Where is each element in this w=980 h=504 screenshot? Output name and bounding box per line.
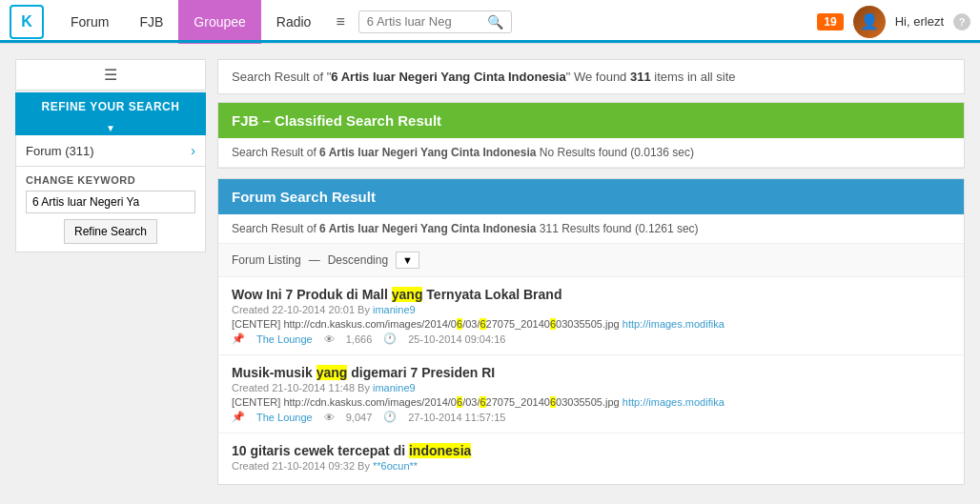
forum-sub-text: Search Result of 6 Artis luar Negeri Yan… [218,214,964,244]
summary-pre: Search Result of " [232,70,331,84]
keyword-input[interactable] [26,191,195,213]
refine-header: REFINE YOUR SEARCH [15,92,206,121]
forum-item-meta: Created 21-10-2014 09:32 By **6ocun** [232,460,950,472]
forum-item-tags: 📌 The Lounge 👁 1,666 🕐 25-10-2014 09:04:… [232,333,950,345]
summary-post: " We found [566,70,630,84]
nav-fjb[interactable]: FJB [124,0,178,44]
forum-item-date: 27-10-2014 11:57:15 [408,412,505,423]
forum-listing-bar: Forum Listing — Descending ▼ [218,244,964,277]
content-area: Search Result of "6 Artis luar Negeri Ya… [217,59,965,494]
refine-arrow: ▼ [15,121,206,135]
forum-item-views: 9,047 [346,412,373,423]
forum-item-url: [CENTER] http://cdn.kaskus.com/images/20… [232,318,950,330]
forum-item: 10 gitaris cewek tercepat di indonesia C… [218,433,964,484]
sort-label: Descending [328,253,388,267]
forum-label: Forum (311) [26,144,94,158]
search-icon[interactable]: 🔍 [487,14,503,30]
summary-after: items in all site [651,70,736,84]
forum-item-views: 1,666 [346,333,373,345]
eye-icon: 👁 [324,333,335,345]
change-keyword-section: CHANGE KEYWORD Refine Search [15,167,206,252]
sidebar-toggle[interactable]: ☰ [15,59,206,91]
nav-radio[interactable]: Radio [261,0,327,44]
forum-item-url-link[interactable]: http://images.modifika [623,396,725,408]
forum-item-tag[interactable]: The Lounge [256,333,313,345]
forum-item-url-link[interactable]: http://images.modifika [623,318,725,330]
pin-icon: 📌 [232,333,245,345]
forum-item-author[interactable]: imanine9 [373,304,416,315]
sidebar-forum-row[interactable]: Forum (311) › [15,135,206,167]
forum-item: Musik-musik yang digemari 7 Presiden RI … [218,355,964,433]
summary-count: 311 [630,70,651,84]
search-summary: Search Result of "6 Artis luar Negeri Ya… [217,59,965,94]
fjb-section-header: FJB – Classified Search Result [218,103,964,138]
clock-icon: 🕐 [383,411,397,423]
clock-icon: 🕐 [383,333,397,345]
nav-links: Forum FJB Groupee Radio ≡ [55,0,355,44]
summary-keyword: 6 Artis luar Negeri Yang Cinta Indonesia [331,70,565,84]
search-bar: 🔍 [358,10,512,33]
forum-item-title: Wow Ini 7 Produk di Mall yang Ternyata L… [232,287,950,302]
sidebar: ☰ REFINE YOUR SEARCH ▼ Forum (311) › CHA… [15,59,206,494]
user-greeting: Hi, erlezt [895,14,944,29]
help-icon[interactable]: ? [953,13,970,30]
nav-forum[interactable]: Forum [55,0,124,44]
main-container: ☰ REFINE YOUR SEARCH ▼ Forum (311) › CHA… [0,44,980,504]
listing-dash: — [309,253,320,267]
sort-button[interactable]: ▼ [396,252,419,269]
notification-badge[interactable]: 19 [817,13,843,30]
fjb-result-block: FJB – Classified Search Result Search Re… [217,102,965,169]
site-logo[interactable]: K [10,5,44,39]
fjb-keyword: 6 Artis luar Negeri Yang Cinta Indonesia [319,146,536,159]
forum-item-url: [CENTER] http://cdn.kaskus.com/images/20… [232,396,950,408]
avatar[interactable]: 👤 [853,6,886,38]
nav-underline [0,40,980,43]
forum-item-author[interactable]: imanine9 [373,382,416,393]
refine-search-button[interactable]: Refine Search [64,219,157,244]
forum-item-meta: Created 21-10-2014 11:48 By imanine9 [232,382,950,393]
forum-item-meta: Created 22-10-2014 20:01 By imanine9 [232,304,950,315]
eye-icon: 👁 [324,412,335,423]
nav-right: 19 👤 Hi, erlezt ? [817,6,970,38]
forum-keyword: 6 Artis luar Negeri Yang Cinta Indonesia [319,222,536,235]
forum-item-tag[interactable]: The Lounge [256,412,313,423]
search-input[interactable] [367,14,481,29]
pin-icon: 📌 [232,411,245,423]
fjb-no-results: No Results found (0.0136 sec) [540,146,694,159]
forum-results-text: 311 Results found (0.1261 sec) [540,222,699,235]
forum-item-title: Musik-musik yang digemari 7 Presiden RI [232,365,950,380]
nav-more-menu[interactable]: ≡ [326,0,354,44]
forum-item-author[interactable]: **6ocun** [373,460,418,472]
forum-section-header: Forum Search Result [218,179,964,214]
top-navigation: K Forum FJB Groupee Radio ≡ 🔍 19 👤 Hi, e… [0,0,980,44]
forum-item-title: 10 gitaris cewek tercepat di indonesia [232,443,950,458]
forum-item-date: 25-10-2014 09:04:16 [408,333,505,345]
forum-item-tags: 📌 The Lounge 👁 9,047 🕐 27-10-2014 11:57:… [232,411,950,423]
forum-result-block: Forum Search Result Search Result of 6 A… [217,178,965,485]
forum-item: Wow Ini 7 Produk di Mall yang Ternyata L… [218,277,964,355]
logo-text: K [21,13,32,30]
toggle-icon: ☰ [104,66,117,84]
listing-label: Forum Listing [232,253,301,267]
change-keyword-label: CHANGE KEYWORD [26,174,195,186]
forum-arrow-right: › [191,143,195,158]
fjb-sub-text: Search Result of 6 Artis luar Negeri Yan… [218,138,964,168]
nav-groupee[interactable]: Groupee [178,0,260,44]
